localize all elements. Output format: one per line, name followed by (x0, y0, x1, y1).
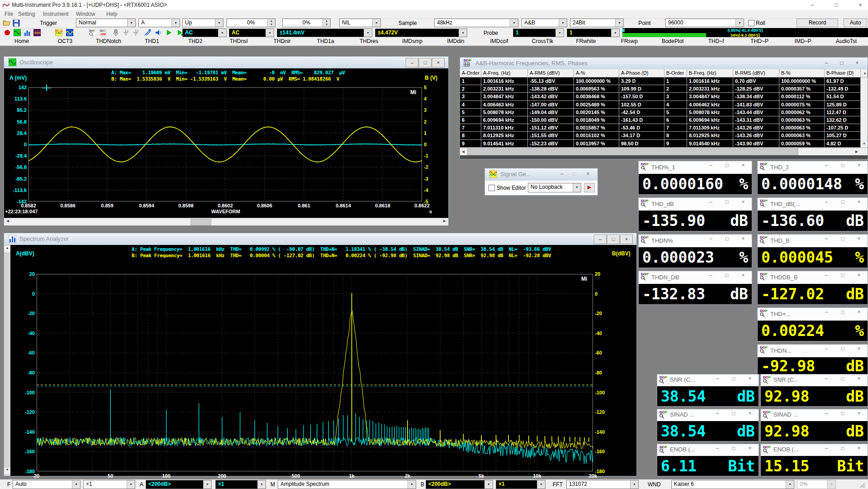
harmonics-cell[interactable]: -138.28 dBV (528, 85, 574, 93)
maximize-button[interactable]: □ (837, 272, 849, 278)
open-file-icon[interactable] (3, 19, 11, 28)
menu-item-window[interactable]: Window (76, 11, 95, 17)
tab-thd2[interactable]: THD2 (174, 38, 217, 44)
harmonics-cell[interactable]: 3 (460, 93, 481, 101)
tab-thd1[interactable]: THD1 (130, 38, 174, 44)
scroll-left-icon[interactable]: ◄ (4, 218, 11, 225)
record-length-combo[interactable]: 96000▼ (665, 19, 744, 27)
harmonics-header-scroll[interactable]: ▲ (861, 69, 868, 77)
scroll-right-icon[interactable]: ► (854, 149, 859, 154)
frequency-mode-combo[interactable]: Auto▼ (13, 480, 81, 489)
harmonics-col-header[interactable]: A-Order (460, 69, 481, 77)
maximize-button[interactable]: □ (835, 59, 849, 67)
minimize-button[interactable]: – (711, 375, 723, 382)
dropdown-arrow-icon[interactable]: ▼ (203, 480, 211, 489)
dropdown-arrow-icon[interactable]: ▼ (127, 19, 135, 27)
minimize-button[interactable]: – (705, 272, 716, 278)
run-icon[interactable] (166, 29, 173, 36)
harmonics-cell[interactable]: 9.014540 kHz (687, 140, 733, 148)
scrollbar-thumb[interactable] (467, 149, 798, 155)
maximize-button[interactable]: □ (721, 235, 733, 242)
harmonics-cell[interactable]: 8.012925 kHz (687, 132, 733, 139)
harmonics-cell[interactable]: 0.0038468 % (574, 93, 619, 101)
harmonics-cell[interactable]: 4.006463 kHz (481, 101, 528, 109)
harmonics-cell[interactable]: -143.90 dBV (733, 140, 779, 148)
harmonics-cell[interactable]: 105.27 D (825, 132, 861, 139)
dropdown-arrow-icon[interactable]: ▼ (555, 29, 564, 37)
tab-thdnsl[interactable]: THDnsl (217, 38, 261, 44)
harmonics-cell[interactable]: 7 (460, 124, 481, 132)
tab-thdnotch[interactable]: THDNotch (87, 38, 130, 44)
meter-titlebar[interactable]: DDPTHD+...–□× (758, 308, 868, 321)
harmonics-col-header[interactable]: B-Order (664, 69, 687, 77)
tab-bodeplot[interactable]: BodePlot (651, 38, 694, 44)
harmonics-col-header[interactable]: B-Phase (D) (825, 69, 861, 77)
close-button[interactable]: × (853, 162, 865, 168)
menu-item-help[interactable]: Help (106, 11, 118, 17)
harmonics-cell[interactable]: 0.0000063 % (779, 124, 825, 132)
harmonics-cell[interactable]: 0.0013957 % (574, 140, 619, 148)
harmonics-cell[interactable]: 8.012925 kHz (481, 132, 528, 139)
harmonics-cell[interactable]: -150.00 dBV (528, 116, 574, 124)
minimize-button[interactable]: – (821, 345, 832, 352)
spectrum-analyzer-icon[interactable] (24, 29, 31, 36)
scrollbar-thumb[interactable] (190, 219, 211, 225)
harmonics-cell[interactable]: 125.89 D (825, 101, 861, 109)
sampling-channels-combo[interactable]: A&B▼ (522, 19, 567, 27)
harmonics-cell[interactable]: 6 (460, 116, 481, 124)
harmonics-cell[interactable]: 51.54 D (825, 93, 861, 101)
harmonics-cell[interactable]: 5.008078 kHz (687, 109, 733, 116)
harmonics-col-header[interactable]: A-RMS (dBV) (528, 69, 574, 77)
scroll-up-icon[interactable]: ▲ (4, 246, 10, 252)
dropdown-arrow-icon[interactable]: ▼ (408, 480, 416, 489)
dropdown-arrow-icon[interactable]: ▼ (537, 480, 545, 489)
harmonics-col-header[interactable]: B-% (779, 69, 825, 77)
harmonics-cell[interactable]: -147.00 dBV (528, 101, 574, 109)
harmonics-cell[interactable]: -151.12 dBV (528, 124, 574, 132)
dropdown-arrow-icon[interactable]: ▼ (171, 19, 180, 27)
show-editor-checkbox[interactable] (489, 185, 495, 191)
dropdown-arrow-icon[interactable]: ▼ (615, 19, 623, 27)
dropdown-arrow-icon[interactable]: ▼ (372, 19, 380, 27)
harmonics-cell[interactable]: 1.001616 kHz (687, 77, 733, 85)
harmonics-cell[interactable]: 2.003231 kHz (687, 85, 733, 93)
tab-thdres[interactable]: THDres (347, 38, 391, 44)
harmonics-cell[interactable]: 0.0000059 % (779, 140, 825, 148)
ddc-viewer-icon[interactable]: DDC (100, 29, 107, 36)
trigger-mode-combo[interactable]: Normal▼ (76, 19, 136, 27)
close-button[interactable]: × (853, 410, 865, 417)
close-button[interactable]: × (744, 445, 756, 451)
app-maximize-button[interactable]: □ (830, 1, 843, 9)
trigger-delay-spinner[interactable]: 0%▲▼ (282, 19, 331, 27)
harmonics-cell[interactable]: 0.0000063 % (779, 116, 825, 124)
dropdown-arrow-icon[interactable]: ▼ (218, 29, 226, 37)
dropdown-arrow-icon[interactable]: ▼ (510, 19, 518, 27)
maximize-button[interactable]: □ (728, 410, 740, 417)
save-file-icon[interactable] (13, 19, 21, 28)
maximize-button[interactable]: □ (837, 199, 849, 205)
meter-titlebar[interactable]: DDPTHDN%–□× (639, 235, 752, 248)
minimize-button[interactable]: – (821, 445, 832, 451)
minimize-button[interactable]: – (705, 199, 716, 205)
harmonics-cell[interactable]: 5 (664, 109, 687, 116)
harmonics-cell[interactable]: 0.0025489 % (574, 101, 619, 109)
harmonics-cell[interactable]: 8 (664, 132, 687, 139)
harmonics-cell[interactable]: 0.0000062 % (779, 109, 825, 116)
sampling-rate-combo[interactable]: 48kHz▼ (434, 19, 518, 27)
signal-generator-titlebar[interactable]: Signal Ge... – □ × (485, 168, 598, 181)
harmonics-titlebar[interactable]: DDP A&B-Harmonic Frequencies, RMS, Phase… (460, 58, 868, 70)
harmonics-cell[interactable]: 4 (664, 101, 687, 109)
scroll-down-icon[interactable]: ▼ (4, 468, 10, 474)
maximize-button[interactable]: □ (721, 162, 733, 168)
coupling-b-combo[interactable]: AC▼ (229, 29, 274, 37)
app-minimize-button[interactable]: – (806, 1, 819, 9)
maximize-button[interactable]: □ (837, 445, 849, 451)
maximize-button[interactable]: □ (721, 272, 733, 278)
harmonics-cell[interactable]: 1 (664, 77, 687, 85)
dropdown-arrow-icon[interactable]: ▼ (484, 480, 493, 489)
maximize-button[interactable]: □ (837, 162, 849, 168)
minimize-button[interactable]: – (821, 410, 832, 417)
ground-b-icon[interactable]: B (132, 29, 139, 36)
close-button[interactable]: × (432, 58, 445, 67)
minimize-button[interactable]: – (705, 162, 716, 168)
